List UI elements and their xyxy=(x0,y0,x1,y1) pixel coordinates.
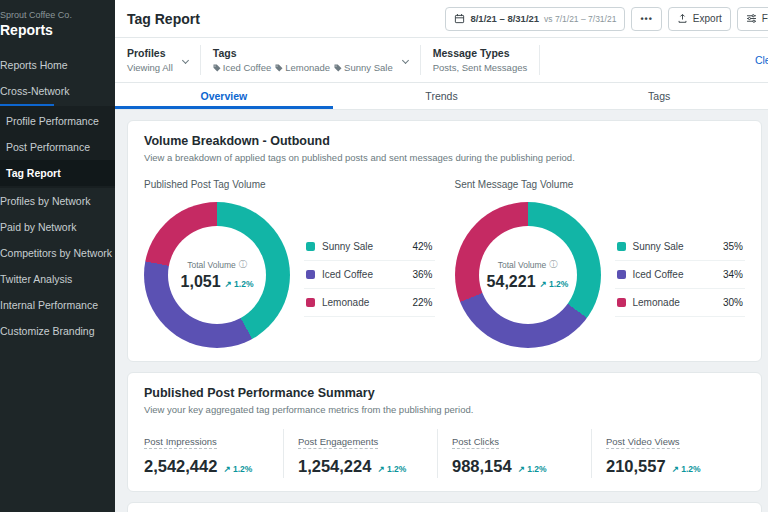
sidebar-item-paid-by-network[interactable]: Paid by Network xyxy=(0,214,115,240)
legend-swatch xyxy=(617,242,626,251)
volume-breakdown-card: Volume Breakdown - Outbound View a break… xyxy=(127,120,762,362)
report-content: Volume Breakdown - Outbound View a break… xyxy=(115,110,768,512)
profiles-filter-value: Viewing All xyxy=(127,62,173,73)
page-header: Tag Report 8/1/21 – 8/31/21 vs 7/1/21 – … xyxy=(115,0,768,38)
sidebar-item-internal-performance[interactable]: Internal Performance xyxy=(0,292,115,318)
tag-icon xyxy=(275,64,283,72)
legend-item[interactable]: Lemonade 22% xyxy=(304,289,435,317)
chart-legend: Sunny Sale 42% Iced Coffee 36% Lemonade xyxy=(304,233,435,317)
donut-center: Total Volume ⓘ 1,051 ↗ 1.2% xyxy=(144,202,290,348)
donut-center: Total Volume ⓘ 54,221 ↗ 1.2% xyxy=(455,202,601,348)
donut-chart[interactable]: Total Volume ⓘ 1,051 ↗ 1.2% xyxy=(144,202,290,348)
metric-post-video-views: Post Video Views 210,557 ↗ 1.2% xyxy=(592,429,745,478)
sent-message-tag-volume-chart: Sent Message Tag Volume Total Volume ⓘ 5… xyxy=(455,179,746,348)
main-area: Tag Report 8/1/21 – 8/31/21 vs 7/1/21 – … xyxy=(115,0,768,512)
chart-title: Sent Message Tag Volume xyxy=(455,179,746,190)
tags-filter[interactable]: Tags Iced Coffee Lemonade Sunny Sale xyxy=(201,45,421,75)
delta-badge: ↗ 1.2% xyxy=(540,279,569,289)
legend-item[interactable]: Sunny Sale 35% xyxy=(615,233,746,261)
sidebar-item-twitter-analysis[interactable]: Twitter Analysis xyxy=(0,266,115,292)
sidebar-item-profile-performance[interactable]: Profile Performance xyxy=(0,108,115,134)
tab-tags[interactable]: Tags xyxy=(550,83,768,109)
metric-post-clicks: Post Clicks 988,154 ↗ 1.2% xyxy=(438,429,592,478)
total-volume-value: 1,051 xyxy=(181,273,221,291)
metric-post-impressions: Post Impressions 2,542,442 ↗ 1.2% xyxy=(144,429,284,478)
top-posts-card: Top Posts xyxy=(127,502,762,512)
filters-bar: Profiles Viewing All Tags Iced Coffee Le… xyxy=(115,38,768,83)
delta-badge: ↗ 1.2% xyxy=(223,464,252,474)
page-title: Tag Report xyxy=(127,11,200,27)
trend-up-icon: ↗ xyxy=(225,279,232,289)
tab-trends[interactable]: Trends xyxy=(333,83,551,109)
legend-swatch xyxy=(306,242,315,251)
sidebar-nav: Reports Home Cross-Network Profile Perfo… xyxy=(0,52,115,344)
sidebar-item-tag-report[interactable]: Tag Report xyxy=(0,160,115,186)
total-volume-value: 54,221 xyxy=(487,273,536,291)
legend-item[interactable]: Iced Coffee 34% xyxy=(615,261,746,289)
filters-button[interactable]: Filters xyxy=(737,7,768,31)
card-subtitle: View a breakdown of applied tags on publ… xyxy=(144,152,745,163)
card-title: Volume Breakdown - Outbound xyxy=(144,134,745,148)
section-title: Reports xyxy=(0,22,115,52)
legend-item[interactable]: Lemonade 30% xyxy=(615,289,746,317)
delta-badge: ↗ 1.2% xyxy=(518,464,547,474)
calendar-icon xyxy=(454,13,465,24)
trend-up-icon: ↗ xyxy=(672,464,679,474)
legend-swatch xyxy=(306,298,315,307)
sidebar-item-competitors-by-network[interactable]: Competitors by Network xyxy=(0,240,115,266)
chevron-down-icon xyxy=(182,56,189,63)
sidebar-item-profiles-by-network[interactable]: Profiles by Network xyxy=(0,188,115,214)
metric-value: 988,154 xyxy=(452,457,512,476)
export-button[interactable]: Export xyxy=(668,7,731,31)
info-icon[interactable]: ⓘ xyxy=(549,259,557,270)
clear-filters-button[interactable]: Clear xyxy=(745,54,768,66)
tags-filter-value: Iced Coffee Lemonade Sunny Sale xyxy=(213,62,393,73)
filter-sliders-icon xyxy=(746,13,757,24)
card-subtitle: View your key aggregated tag performance… xyxy=(144,404,745,415)
metric-label[interactable]: Post Engagements xyxy=(298,436,378,449)
card-title: Published Post Performance Summary xyxy=(144,386,745,400)
legend-item[interactable]: Sunny Sale 42% xyxy=(304,233,435,261)
chart-legend: Sunny Sale 35% Iced Coffee 34% Lemonade xyxy=(615,233,746,317)
date-range-compare: vs 7/1/21 – 7/31/21 xyxy=(544,14,616,24)
legend-swatch xyxy=(617,298,626,307)
tag-icon xyxy=(213,64,221,72)
metric-label[interactable]: Post Impressions xyxy=(144,436,217,449)
trend-up-icon: ↗ xyxy=(540,279,547,289)
tag-chip: Sunny Sale xyxy=(334,62,393,73)
metric-post-engagements: Post Engagements 1,254,224 ↗ 1.2% xyxy=(284,429,438,478)
tag-chip: Iced Coffee xyxy=(213,62,271,73)
org-name: Sprout Coffee Co. xyxy=(0,0,115,22)
legend-swatch xyxy=(617,270,626,279)
sidebar-item-reports-home[interactable]: Reports Home xyxy=(0,52,115,78)
tab-overview[interactable]: Overview xyxy=(115,83,333,109)
date-range-primary: 8/1/21 – 8/31/21 xyxy=(470,13,539,24)
metric-value: 210,557 xyxy=(606,457,666,476)
cross-network-submenu: Profile Performance Post Performance Tag… xyxy=(0,106,115,188)
delta-badge: ↗ 1.2% xyxy=(225,279,254,289)
trend-up-icon: ↗ xyxy=(223,464,230,474)
metric-label[interactable]: Post Video Views xyxy=(606,436,680,449)
legend-item[interactable]: Iced Coffee 36% xyxy=(304,261,435,289)
delta-badge: ↗ 1.2% xyxy=(672,464,701,474)
sidebar-item-post-performance[interactable]: Post Performance xyxy=(0,134,115,160)
published-post-tag-volume-chart: Published Post Tag Volume Total Volume ⓘ… xyxy=(144,179,435,348)
ellipsis-icon: ••• xyxy=(640,14,652,24)
report-tabs: Overview Trends Tags xyxy=(115,83,768,110)
export-icon xyxy=(677,13,688,24)
tag-chip: Lemonade xyxy=(275,62,330,73)
metric-label[interactable]: Post Clicks xyxy=(452,436,499,449)
trend-up-icon: ↗ xyxy=(518,464,525,474)
delta-badge: ↗ 1.2% xyxy=(377,464,406,474)
more-options-button[interactable]: ••• xyxy=(631,7,661,31)
sidebar-item-customize-branding[interactable]: Customize Branding xyxy=(0,318,115,344)
donut-chart[interactable]: Total Volume ⓘ 54,221 ↗ 1.2% xyxy=(455,202,601,348)
chevron-down-icon xyxy=(402,56,409,63)
sidebar-item-cross-network[interactable]: Cross-Network xyxy=(0,78,115,104)
date-range-button[interactable]: 8/1/21 – 8/31/21 vs 7/1/21 – 7/31/21 xyxy=(445,7,625,31)
message-types-filter[interactable]: Message Types Posts, Sent Messages xyxy=(421,45,541,75)
tag-icon xyxy=(334,64,342,72)
performance-summary-card: Published Post Performance Summary View … xyxy=(127,372,762,492)
info-icon[interactable]: ⓘ xyxy=(239,259,247,270)
profiles-filter[interactable]: Profiles Viewing All xyxy=(115,45,201,75)
